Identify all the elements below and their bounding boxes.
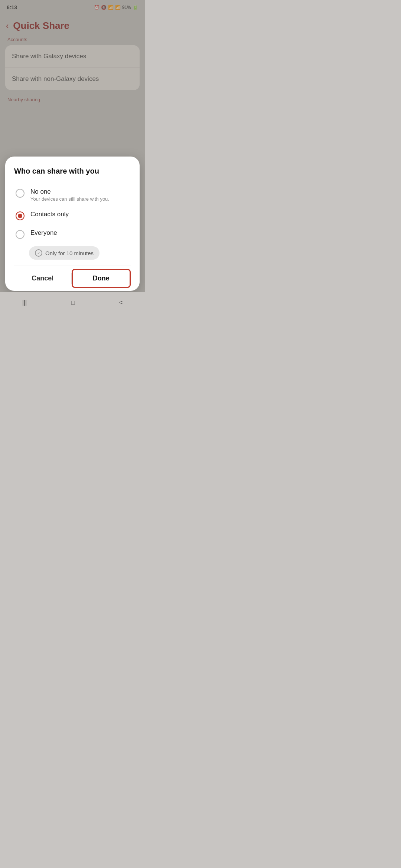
radio-text-contacts-only: Contacts only xyxy=(30,211,69,218)
radio-circle-no-one xyxy=(16,189,25,198)
navigation-bar: ||| □ < xyxy=(0,292,145,313)
radio-label-everyone: Everyone xyxy=(30,229,57,237)
radio-sublabel-no-one: Your devices can still share with you. xyxy=(30,196,109,202)
radio-circle-everyone xyxy=(16,230,25,239)
radio-text-no-one: No one Your devices can still share with… xyxy=(30,188,109,202)
chip-label: Only for 10 minutes xyxy=(45,250,94,256)
radio-label-no-one: No one xyxy=(30,188,109,195)
sharing-options-group: No one Your devices can still share with… xyxy=(14,184,131,243)
dialog-title: Who can share with you xyxy=(14,167,131,175)
chip-check-icon: ✓ xyxy=(35,249,42,257)
radio-circle-contacts-only xyxy=(16,211,25,220)
home-button[interactable]: □ xyxy=(71,299,75,306)
only-10-minutes-chip[interactable]: ✓ Only for 10 minutes xyxy=(29,246,100,260)
radio-option-contacts-only[interactable]: Contacts only xyxy=(14,206,131,225)
who-can-share-dialog: Who can share with you No one Your devic… xyxy=(5,157,140,291)
radio-option-no-one[interactable]: No one Your devices can still share with… xyxy=(14,184,131,206)
radio-label-contacts-only: Contacts only xyxy=(30,211,69,218)
recent-apps-button[interactable]: ||| xyxy=(22,299,27,306)
radio-text-everyone: Everyone xyxy=(30,229,57,237)
dialog-buttons: Cancel Done xyxy=(14,266,131,291)
cancel-button[interactable]: Cancel xyxy=(14,267,71,290)
chip-row: ✓ Only for 10 minutes xyxy=(29,246,131,260)
radio-option-everyone[interactable]: Everyone xyxy=(14,225,131,243)
back-button[interactable]: < xyxy=(119,299,123,306)
done-button[interactable]: Done xyxy=(72,269,131,288)
